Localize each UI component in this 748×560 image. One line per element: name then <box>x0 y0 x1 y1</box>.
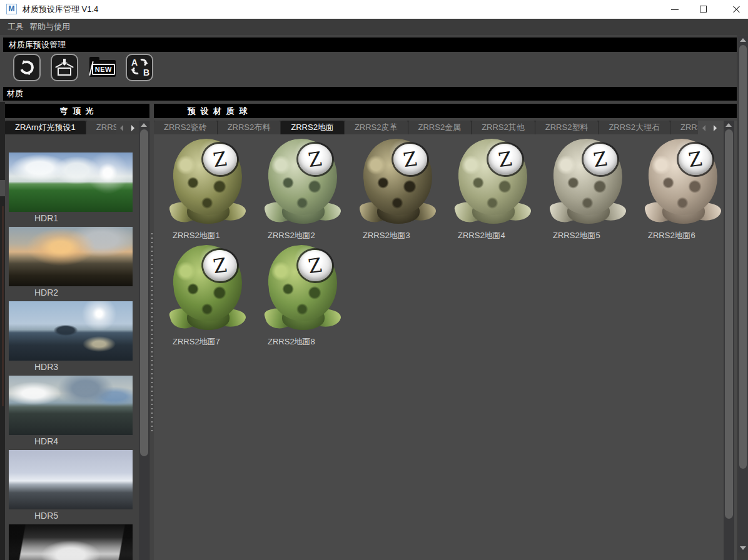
material-section-bar: 材质 <box>3 87 737 101</box>
menu-item-tools[interactable]: 工具 <box>8 19 24 35</box>
hdr2-thumbnail[interactable] <box>9 227 133 286</box>
tab-scroll-right-icon[interactable] <box>710 121 719 134</box>
left-edge-shadow <box>2 206 4 406</box>
material-ball-label: ZRRS2地面1 <box>173 230 220 241</box>
main-window-scrollbar[interactable] <box>738 36 748 552</box>
material-ball-label: ZRRS2地面6 <box>648 230 695 241</box>
refresh-button[interactable] <box>13 54 41 81</box>
material-preset-manager-window: M 材质预设库管理 V1.4 工具 帮助与使用 材质库预设管理 NEW A B <box>0 0 748 560</box>
material-ball-grid: Z ZRRS2地面1 Z ZRRS2地面2 Z ZRRS2地面3 <box>154 134 724 560</box>
tab-scroll-left-icon[interactable] <box>119 121 128 134</box>
material-ball-label: ZRRS2地面7 <box>173 336 220 348</box>
tab-zrrs2-leather[interactable]: ZRRS2皮革 <box>345 121 408 134</box>
menu-bar: 工具 帮助与使用 <box>0 19 748 35</box>
material-ball-item[interactable]: Z ZRRS2地面7 <box>172 245 266 348</box>
scrollbar-thumb[interactable] <box>739 45 747 469</box>
preset-balls-header: 预 设 材 质 球 <box>154 104 737 118</box>
material-ball-label: ZRRS2地面2 <box>268 230 315 241</box>
window-title: 材质预设库管理 V1.4 <box>23 0 98 19</box>
scroll-up-icon[interactable] <box>738 36 748 44</box>
hdr-label: HDR2 <box>34 288 58 298</box>
material-ball-item[interactable]: Z ZRRS2地面4 <box>457 139 551 242</box>
ab-rename-icon: A B <box>131 58 149 77</box>
hdr6-thumbnail[interactable] <box>9 524 133 560</box>
maximize-icon <box>700 6 707 12</box>
material-ball-item[interactable]: Z ZRRS2地面2 <box>267 139 361 242</box>
tab-scroll-right-icon[interactable] <box>128 121 137 134</box>
material-ball-preview[interactable]: Z <box>267 139 339 224</box>
material-ball-preview[interactable]: Z <box>172 139 244 224</box>
close-button[interactable] <box>718 0 747 19</box>
app-icon: M <box>6 4 17 14</box>
tab-zrrs2-cloth[interactable]: ZRRS2布料 <box>218 121 281 134</box>
hdr5-thumbnail[interactable] <box>9 450 133 509</box>
hdr-label: HDR5 <box>34 511 58 521</box>
tab-zrrs2-plastic[interactable]: ZRRS2塑料 <box>535 121 599 134</box>
scrollbar-thumb[interactable] <box>140 129 148 456</box>
material-ball-item[interactable]: Z ZRRS2地面1 <box>172 139 266 242</box>
scroll-down-icon[interactable] <box>738 544 748 552</box>
material-ball-label: ZRRS2地面8 <box>268 336 315 348</box>
material-ball-label: ZRRS2地面5 <box>553 230 600 241</box>
material-ball-preview[interactable]: Z <box>172 245 244 330</box>
new-folder-button[interactable]: NEW <box>87 54 118 81</box>
material-ball-preview[interactable]: Z <box>647 139 719 224</box>
material-ball-preview[interactable]: Z <box>552 139 624 224</box>
minimize-icon <box>671 9 679 10</box>
material-ball-item[interactable]: Z ZRRS2地面8 <box>267 245 361 348</box>
import-box-icon <box>57 59 72 76</box>
hdr-list: HDR1 HDR2 HDR3 HDR4 HDR5 HDR6 <box>5 134 139 560</box>
close-icon <box>732 5 741 14</box>
material-ball-label: ZRRS2地面4 <box>458 230 505 241</box>
tab-zrrs2-marble[interactable]: ZRRS2大理石 <box>599 121 670 134</box>
tab-zrarn-light-preset1[interactable]: ZRArn灯光预设1 <box>5 121 86 134</box>
tab-scroll-left-icon[interactable] <box>701 121 710 134</box>
panel-splitter[interactable] <box>151 233 153 433</box>
tab-zrrs2-tile[interactable]: ZRRS2瓷砖 <box>154 121 217 134</box>
left-window-edge <box>0 102 5 560</box>
preset-balls-panel: ZRRS2瓷砖 ZRRS2布料 ZRRS2地面 ZRRS2皮革 ZRRS2金属 … <box>154 121 737 560</box>
material-ball-preview[interactable]: Z <box>267 245 339 330</box>
material-ball-preview[interactable]: Z <box>457 139 529 224</box>
material-ball-item[interactable]: Z ZRRS2地面3 <box>362 139 456 242</box>
material-ball-preview[interactable]: Z <box>362 139 434 224</box>
dome-light-tab-strip: ZRArn灯光预设1 ZRRS2 <box>5 121 116 134</box>
scroll-up-icon[interactable] <box>724 121 734 129</box>
hdr4-thumbnail[interactable] <box>9 376 133 435</box>
hdr-list-scrollbar[interactable] <box>139 121 149 560</box>
minimize-button[interactable] <box>660 0 689 19</box>
tab-zrrs2-other[interactable]: ZRRS2其他 <box>472 121 535 134</box>
hdr-label: HDR3 <box>34 362 58 372</box>
import-box-button[interactable] <box>51 54 78 81</box>
hdr-label: HDR4 <box>34 436 58 446</box>
library-section-bar: 材质库预设管理 <box>3 38 737 52</box>
scrollbar-thumb[interactable] <box>725 129 733 519</box>
ball-grid-scrollbar[interactable] <box>724 121 734 560</box>
maximize-button[interactable] <box>689 0 718 19</box>
tab-zrrs2-metal[interactable]: ZRRS2金属 <box>408 121 472 134</box>
tab-zrrs2-ground[interactable]: ZRRS2地面 <box>281 121 344 134</box>
left-edge-highlight <box>0 180 5 196</box>
tab-zrrs2-rock[interactable]: ZRRS2岩 <box>670 121 698 134</box>
dome-light-header: 穹 顶 光 <box>5 104 149 118</box>
ab-rename-button[interactable]: A B <box>126 54 153 81</box>
hdr3-thumbnail[interactable] <box>9 301 133 361</box>
hdr1-thumbnail[interactable] <box>9 152 133 212</box>
new-folder-label: NEW <box>92 64 115 75</box>
hdr-label: HDR1 <box>34 213 58 223</box>
material-category-tab-strip: ZRRS2瓷砖 ZRRS2布料 ZRRS2地面 ZRRS2皮革 ZRRS2金属 … <box>154 121 698 134</box>
title-bar[interactable]: M 材质预设库管理 V1.4 <box>0 0 748 19</box>
dome-light-panel: ZRArn灯光预设1 ZRRS2 HDR1 HDR2 HDR3 HDR4 <box>5 121 150 560</box>
new-folder-icon: NEW <box>89 60 116 77</box>
tab-zrrs2-light[interactable]: ZRRS2 <box>86 121 116 134</box>
scroll-up-icon[interactable] <box>139 121 149 129</box>
material-ball-label: ZRRS2地面3 <box>363 230 410 241</box>
material-ball-item[interactable]: Z ZRRS2地面5 <box>552 139 646 242</box>
refresh-icon <box>18 58 36 76</box>
menu-item-help[interactable]: 帮助与使用 <box>29 19 70 35</box>
